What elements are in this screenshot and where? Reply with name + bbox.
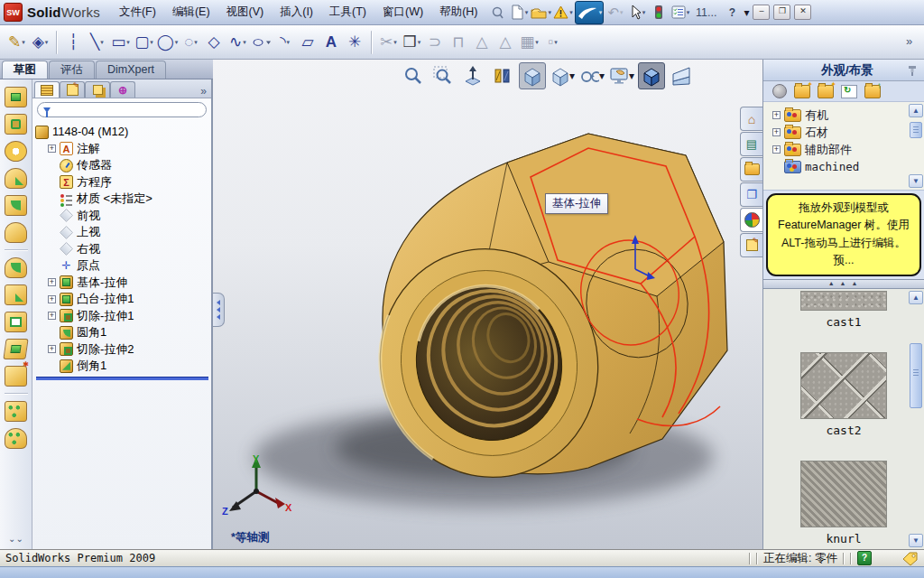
undo-icon[interactable]: ↶▾ [605,3,625,23]
convert-entities-icon[interactable]: ❒▾ [401,29,423,56]
traffic-light-icon[interactable] [649,3,669,23]
appearance-folder-machined[interactable]: machined [772,158,924,175]
feature-tree-root[interactable]: 1148-04 (M12) [35,124,211,141]
new-document-icon[interactable]: ▾ [509,3,529,23]
fillet-icon[interactable] [5,257,27,278]
panel-collapse-handle[interactable] [213,293,225,327]
grid-system-icon[interactable]: ▦▾ [518,29,541,56]
tree-filter-input[interactable] [54,104,200,117]
scroll-down-arrow[interactable]: ▼ [909,534,923,547]
pane-splitter[interactable]: ▲ ▲ ▲ [763,279,924,289]
revolved-boss-icon[interactable] [5,141,27,162]
configurationmanager-tab-icon[interactable] [85,81,110,98]
shaded-with-edges-icon[interactable] [638,62,665,89]
corner-rectangle-icon[interactable]: ▭▾ [109,29,132,56]
offset-entities-icon[interactable]: ⊃ [424,29,447,56]
view-orientation-icon[interactable] [519,62,546,89]
text-icon[interactable]: A [320,29,343,56]
close-icon[interactable]: ✕ [794,5,811,20]
appearance-folder-misc[interactable]: + 辅助部件 [772,141,924,158]
toolbar-overflow-chevron[interactable]: » [906,34,916,48]
feature-origin[interactable]: 原点 [48,257,211,275]
edit-appearance-icon[interactable]: ▾ [608,62,635,89]
scroll-thumb[interactable] [910,122,922,138]
dimxpertmanager-tab-icon[interactable]: ⊕ [110,81,135,98]
minimize-icon[interactable]: – [753,5,770,20]
tab-evaluate[interactable]: 评估 [49,61,95,79]
scroll-thumb[interactable] [910,343,922,408]
solidworks-swoosh-icon[interactable]: ▾ [575,1,604,24]
line-icon[interactable]: ╲▾ [86,29,108,56]
perspective-icon[interactable] [668,62,695,89]
extruded-cut-icon[interactable] [5,114,27,135]
thumbnail-cast1[interactable]: cast1 [800,291,887,329]
home-icon[interactable]: ⌂ [740,107,762,131]
scroll-up-arrow[interactable]: ▲ [909,291,923,304]
feature-cut-extrude2[interactable]: + 切除-拉伸2 [48,341,211,359]
menu-help[interactable]: 帮助(H) [431,3,485,22]
appearances-icon[interactable] [740,208,762,232]
restore-icon[interactable]: ❐ [773,5,790,20]
linear-pattern-icon[interactable] [5,401,27,422]
feature-top-plane[interactable]: 上视 [48,224,211,241]
texture-preview[interactable] [800,461,887,527]
expand-toggle[interactable]: + [48,278,56,286]
hide-show-items-icon[interactable]: ▾ [578,62,605,89]
move-entities-icon[interactable]: ▫▾ [541,29,564,56]
feature-material[interactable]: 材质 <未指定> [48,191,211,208]
feature-cut-extrude1[interactable]: + 切除-拉伸1 [48,308,211,325]
feature-front-plane[interactable]: 前视 [48,208,211,225]
menu-file[interactable]: 文件(F) [111,3,164,22]
centerline-icon[interactable]: ┆ [62,29,85,56]
expand-toggle[interactable]: + [772,145,781,154]
alert-icon[interactable]: ▾ [553,3,573,23]
sketch-icon[interactable]: ✎▾ [5,29,28,56]
section-view-icon[interactable] [489,62,516,89]
palette-icon[interactable]: ❐ [740,182,762,207]
expand-toggle[interactable]: + [48,144,56,153]
tab-dimxpert[interactable]: DimXpert [96,61,166,79]
appearance-folder-stone[interactable]: + 石材 [772,124,924,141]
straight-slot-icon[interactable]: ▢▾ [133,29,155,56]
tag-icon[interactable] [902,552,919,565]
appearance-folder-organic[interactable]: + 有机 [772,107,924,124]
quick-tips-icon[interactable]: ? [857,551,872,565]
up-folder-icon[interactable] [864,85,881,98]
more-chevron-icon[interactable]: ⌄⌄ [8,536,23,542]
shell-icon[interactable] [5,312,27,332]
featuremanager-tab-icon[interactable] [34,81,60,98]
lofted-boss-icon[interactable] [5,195,27,216]
feature-sensors[interactable]: 传感器 [48,157,211,174]
menu-insert[interactable]: 插入(I) [272,3,321,22]
globe-icon[interactable] [772,84,787,98]
extruded-boss-icon[interactable] [5,87,27,107]
jog-line-icon[interactable]: ⊓ [448,29,470,56]
trim-entities-icon[interactable]: ✂▾ [377,29,400,56]
refresh-icon[interactable] [841,85,857,98]
swept-boss-icon[interactable] [5,168,27,189]
feature-base-extrude[interactable]: + 基体-拉伸 [48,275,211,292]
select-cursor-icon[interactable]: ▾ [627,3,647,23]
texture-preview[interactable] [800,291,887,311]
thumbnail-cast2[interactable]: cast2 [800,352,887,437]
checklist-icon[interactable]: ▾ [670,3,690,23]
feature-fillet1[interactable]: 圆角1 [48,324,211,341]
boundary-boss-icon[interactable] [5,222,27,243]
normal-to-icon[interactable] [459,62,486,89]
tab-sketch[interactable]: 草图 [2,61,48,79]
feature-equations[interactable]: 方程序 [48,174,211,191]
zoom-fit-icon[interactable] [400,62,427,89]
expand-toggle[interactable]: + [48,295,56,303]
new-folder-icon[interactable] [818,85,834,98]
pin-icon[interactable] [906,64,919,77]
feature-annotations[interactable]: + 注解 [48,141,211,158]
rollback-bar[interactable] [36,377,208,380]
feature-right-plane[interactable]: 右视 [48,241,211,258]
mirror-entities-icon[interactable]: ▱ [297,29,319,56]
expand-toggle[interactable]: + [48,345,56,353]
file-explorer-icon[interactable] [740,157,762,182]
circular-pattern-icon[interactable] [5,428,27,449]
menu-window[interactable]: 窗口(W) [374,3,431,22]
expand-toggle[interactable]: + [772,111,781,119]
open-folder-icon[interactable] [794,85,810,98]
